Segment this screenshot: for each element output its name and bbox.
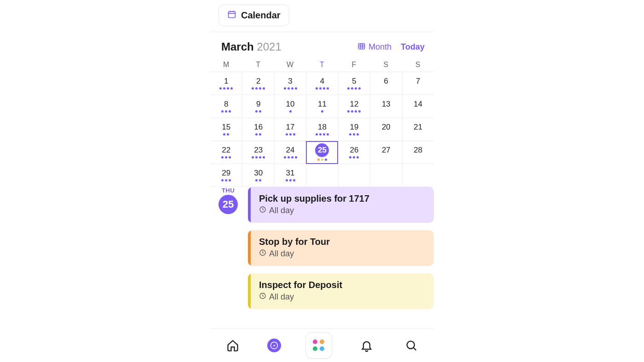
today-button[interactable]: Today <box>401 42 425 52</box>
day-number: 16 <box>254 123 263 132</box>
calendar-day[interactable]: 1 <box>210 72 242 95</box>
day-number: 23 <box>254 146 263 155</box>
tab-notifications[interactable] <box>356 335 377 356</box>
day-number: 18 <box>318 123 327 132</box>
dot-icon <box>313 339 317 344</box>
tab-search[interactable] <box>401 335 421 356</box>
event-dot <box>355 87 357 90</box>
calendar-day <box>370 164 402 187</box>
calendar-day[interactable]: 3 <box>274 72 306 95</box>
event-dot <box>316 87 318 90</box>
calendar-day[interactable]: 12 <box>338 95 370 118</box>
event-dot <box>349 133 351 136</box>
weekday-label: F <box>338 61 370 69</box>
day-number: 15 <box>222 123 230 132</box>
calendar-day[interactable]: 27 <box>370 141 402 164</box>
day-number: 1 <box>224 77 228 86</box>
dot-icon <box>320 339 324 344</box>
day-number: 21 <box>414 123 422 132</box>
calendar-day[interactable]: 30 <box>242 164 274 187</box>
event-dot <box>223 133 225 136</box>
day-number: 12 <box>350 100 358 109</box>
day-number: 4 <box>320 77 324 86</box>
calendar-day[interactable]: 19 <box>338 118 370 141</box>
event-dot <box>323 87 325 90</box>
event-dot <box>353 133 355 136</box>
event-dot <box>227 87 229 90</box>
calendar-day[interactable]: 14 <box>402 95 434 118</box>
calendar-day[interactable]: 7 <box>402 72 434 95</box>
event-dot <box>255 110 258 113</box>
calendar-day[interactable]: 23 <box>242 141 274 164</box>
clock-icon <box>259 292 266 302</box>
calendar-day[interactable]: 8 <box>210 95 242 118</box>
day-number: 19 <box>350 123 358 132</box>
event-dot <box>356 133 359 136</box>
event-title: Pick up supplies for 1717 <box>259 193 425 204</box>
event-card[interactable]: Stop by for TourAll day <box>248 230 434 266</box>
weekday-row: MTWTFSS <box>210 61 434 72</box>
calendar-day[interactable]: 28 <box>402 141 434 164</box>
event-dots <box>349 156 359 159</box>
event-title: Stop by for Tour <box>259 237 425 247</box>
event-dot <box>358 110 361 113</box>
calendar-day[interactable]: 10 <box>274 95 306 118</box>
event-dot <box>284 156 286 158</box>
day-number: 6 <box>384 77 388 86</box>
event-dot <box>319 87 322 90</box>
calendar-day[interactable]: 16 <box>242 118 274 141</box>
calendar-day[interactable]: 15 <box>210 118 242 141</box>
calendar-day[interactable]: 11 <box>306 95 338 118</box>
event-card[interactable]: Pick up supplies for 1717All day <box>248 187 434 223</box>
event-dots <box>255 110 261 113</box>
calendar-day[interactable]: 5 <box>338 72 370 95</box>
tab-explore[interactable] <box>267 339 281 352</box>
calendar-day[interactable]: 2 <box>242 72 274 95</box>
day-number: 8 <box>224 100 228 109</box>
day-number: 13 <box>382 100 391 109</box>
calendar-day[interactable]: 9 <box>242 95 274 118</box>
calendar-day[interactable]: 18 <box>306 118 338 141</box>
event-dot <box>295 87 297 90</box>
event-title: Inspect for Deposit <box>259 280 425 290</box>
event-dot <box>323 133 325 136</box>
event-dot <box>351 87 353 90</box>
calendar-day[interactable]: 24 <box>274 141 306 164</box>
calendar-chip-label: Calendar <box>241 10 281 21</box>
event-card[interactable]: Inspect for DepositAll day <box>248 273 434 309</box>
calendar-day[interactable]: 22 <box>210 141 242 164</box>
calendar-day[interactable]: 21 <box>402 118 434 141</box>
event-dot <box>263 87 265 90</box>
event-dot <box>358 87 361 90</box>
day-number: 9 <box>256 100 260 109</box>
event-time-label: All day <box>269 249 294 259</box>
day-number: 25 <box>315 143 329 157</box>
day-number: 11 <box>318 100 327 109</box>
calendar-day[interactable]: 31 <box>274 164 306 187</box>
event-dot <box>321 158 323 161</box>
day-number-circle: 25 <box>218 195 238 214</box>
weekday-label: M <box>210 61 242 69</box>
tab-home[interactable] <box>223 335 243 356</box>
calendar-day[interactable]: 17 <box>274 118 306 141</box>
month-view-button[interactable]: Month <box>357 42 391 52</box>
day-number: 10 <box>286 100 295 109</box>
weekday-label: W <box>274 61 306 69</box>
calendar-day[interactable]: 4 <box>306 72 338 95</box>
calendar-day[interactable]: 6 <box>370 72 402 95</box>
calendar-day[interactable]: 13 <box>370 95 402 118</box>
tab-bar <box>210 328 434 358</box>
day-number: 17 <box>286 123 295 132</box>
calendar-day[interactable]: 29 <box>210 164 242 187</box>
calendar-day[interactable]: 26 <box>338 141 370 164</box>
event-dot <box>225 179 227 181</box>
event-dot <box>259 156 261 158</box>
day-number: 30 <box>254 169 263 178</box>
event-dot <box>259 133 261 136</box>
calendar-day[interactable]: 20 <box>370 118 402 141</box>
calendar-day[interactable]: 25 <box>306 141 338 164</box>
event-time: All day <box>259 249 294 259</box>
event-dots <box>347 110 361 113</box>
calendar-chip[interactable]: Calendar <box>218 5 289 26</box>
tab-apps[interactable] <box>305 332 332 358</box>
